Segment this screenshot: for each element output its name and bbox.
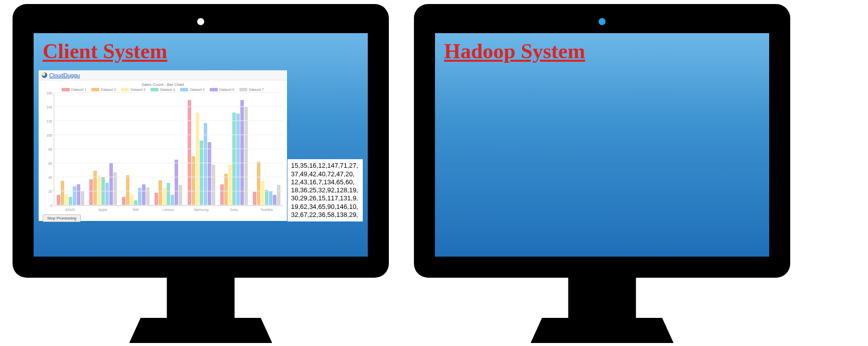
bar <box>273 195 276 205</box>
chart-legend: Dataset 1Dataset 2Dataset 3Dataset 4Data… <box>39 88 287 91</box>
bar <box>236 113 240 205</box>
bar <box>113 172 117 205</box>
bar <box>171 195 174 205</box>
monitor-frame: Hadoop System <box>414 4 790 278</box>
legend-item[interactable]: Dataset 2 <box>91 88 116 91</box>
bar-group <box>185 93 218 205</box>
x-tick: Lenovo <box>152 208 185 211</box>
legend-item[interactable]: Dataset 4 <box>151 88 175 91</box>
bar <box>69 197 72 205</box>
camera-icon <box>197 18 204 25</box>
bar <box>175 160 178 205</box>
bar <box>179 185 182 205</box>
chart-title: Sales Count - Bar Chart <box>39 80 287 88</box>
data-stream-box: 15,35,16,12,147,71,27, 37,49,42,40,72,47… <box>287 159 363 221</box>
brand-link[interactable]: CloudDuggu <box>49 72 80 78</box>
legend-label: Dataset 5 <box>190 88 205 91</box>
bar <box>253 192 256 205</box>
bar <box>89 179 93 205</box>
bar <box>122 197 125 205</box>
bar <box>188 100 191 205</box>
chart-xlabels: ASUSAppleDellLenovoSamsungSonyToshiba <box>54 208 283 211</box>
bar-group <box>119 93 152 205</box>
legend-label: Dataset 7 <box>249 88 264 91</box>
legend-item[interactable]: Dataset 7 <box>239 88 264 91</box>
bar-group <box>87 93 119 205</box>
bar <box>57 195 60 205</box>
legend-item[interactable]: Dataset 3 <box>121 88 146 91</box>
y-tick: 100 <box>42 134 52 137</box>
legend-item[interactable]: Dataset 1 <box>62 88 86 91</box>
hadoop-monitor: Hadoop System <box>414 4 790 278</box>
bar <box>261 181 264 205</box>
bar-group <box>218 93 250 205</box>
hadoop-screen: Hadoop System <box>435 33 769 257</box>
bar <box>159 180 162 205</box>
bar <box>77 184 80 205</box>
bar-group <box>152 93 185 205</box>
legend-item[interactable]: Dataset 6 <box>210 88 234 91</box>
legend-item[interactable]: Dataset 5 <box>180 88 205 91</box>
legend-swatch-icon <box>91 88 99 91</box>
bar <box>212 165 215 205</box>
bar <box>224 174 228 205</box>
bar <box>192 156 195 205</box>
camera-icon <box>599 18 606 25</box>
bar <box>93 171 97 205</box>
x-tick: Samsung <box>185 208 217 211</box>
bar-group <box>54 93 87 205</box>
y-tick: 120 <box>42 120 52 123</box>
stop-processing-button[interactable]: Stop Processing <box>43 214 81 222</box>
legend-swatch-icon <box>239 88 247 91</box>
bar <box>155 193 158 205</box>
dashboard-panel: CloudDuggu Sales Count - Bar Chart Datas… <box>39 70 287 221</box>
bar <box>277 185 280 205</box>
legend-label: Dataset 3 <box>130 88 146 91</box>
bar-group <box>250 93 283 205</box>
bar <box>240 100 244 205</box>
y-tick: 80 <box>42 148 52 151</box>
bar <box>81 191 84 205</box>
bar <box>265 190 268 205</box>
bar <box>257 162 260 205</box>
bar <box>73 186 76 205</box>
bar <box>228 165 232 205</box>
dashboard-header: CloudDuggu <box>39 70 287 80</box>
legend-swatch-icon <box>210 88 218 91</box>
bar <box>220 184 224 205</box>
legend-swatch-icon <box>180 88 188 91</box>
legend-label: Dataset 6 <box>219 88 234 91</box>
y-tick: 20 <box>42 190 52 193</box>
legend-swatch-icon <box>121 88 129 91</box>
bar <box>65 194 68 205</box>
legend-label: Dataset 2 <box>101 88 116 91</box>
bar <box>204 123 207 205</box>
bar <box>269 191 272 205</box>
x-tick: Sony <box>217 208 250 211</box>
x-tick: ASUS <box>54 208 86 211</box>
client-monitor: Client System CloudDuggu Sales Count - B… <box>13 4 389 278</box>
bar <box>208 142 211 205</box>
bar <box>109 163 113 205</box>
y-tick: 140 <box>42 105 52 109</box>
monitor-stand <box>568 278 636 321</box>
bar <box>101 177 105 205</box>
bar <box>167 183 170 205</box>
y-tick: 40 <box>42 176 52 179</box>
monitor-stand <box>167 278 235 321</box>
legend-swatch-icon <box>151 88 159 91</box>
bar <box>126 175 129 205</box>
client-screen: Client System CloudDuggu Sales Count - B… <box>34 33 368 257</box>
monitor-frame: Client System CloudDuggu Sales Count - B… <box>13 4 389 278</box>
bar <box>130 194 133 205</box>
x-tick: Dell <box>119 208 152 211</box>
y-tick: 0 <box>42 204 52 207</box>
bar <box>232 112 236 205</box>
y-tick: 60 <box>42 162 52 165</box>
bar <box>196 112 199 205</box>
bar <box>142 184 146 205</box>
x-tick: Apple <box>86 208 119 211</box>
monitor-base <box>531 318 674 343</box>
bar <box>105 183 109 205</box>
monitor-base <box>129 318 272 343</box>
